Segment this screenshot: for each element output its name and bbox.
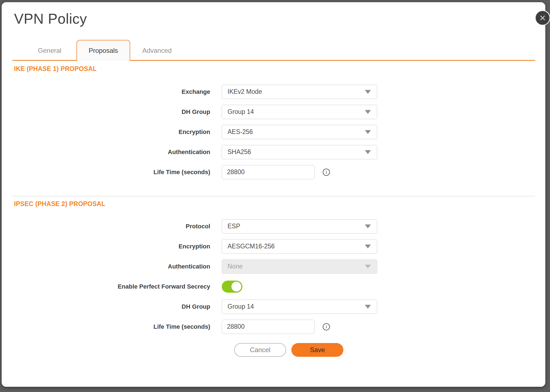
protocol-select[interactable]: ESP (222, 219, 377, 234)
ike-phase1-heading: IKE (PHASE 1) PROPOSAL (14, 65, 545, 73)
ipsec-authentication-row: Authentication None (2, 256, 545, 276)
pfs-label: Enable Perfect Forward Secrecy (2, 283, 210, 290)
ike-encryption-select[interactable]: AES-256 (222, 125, 377, 139)
tab-proposals-label: Proposals (89, 47, 118, 54)
ike-life-time-label: Life Time (seconds) (2, 169, 210, 176)
ike-phase1-form: Exchange IKEv2 Mode DH Group Group 14 En… (2, 82, 545, 182)
caret-down-icon (365, 265, 371, 268)
pfs-toggle[interactable] (222, 281, 242, 293)
ipsec-encryption-value: AESGCM16-256 (228, 243, 275, 250)
ike-life-time-input[interactable] (222, 165, 315, 179)
exchange-select[interactable]: IKEv2 Mode (222, 85, 377, 99)
tab-general-label: General (38, 47, 61, 54)
ipsec-authentication-select-disabled: None (222, 259, 377, 274)
pfs-toggle-knob (231, 282, 241, 292)
ipsec-authentication-value: None (228, 263, 243, 270)
ike-authentication-value: SHA256 (228, 148, 251, 156)
tab-advanced[interactable]: Advanced (130, 47, 184, 60)
exchange-row: Exchange IKEv2 Mode (2, 82, 545, 102)
ipsec-dh-group-value: Group 14 (228, 303, 254, 310)
ipsec-dh-group-row: DH Group Group 14 (2, 297, 545, 317)
info-icon-glyph: i (326, 170, 327, 174)
ike-authentication-select[interactable]: SHA256 (222, 145, 377, 159)
pfs-row: Enable Perfect Forward Secrecy (2, 276, 545, 297)
ike-authentication-row: Authentication SHA256 (2, 142, 545, 162)
exchange-value: IKEv2 Mode (228, 88, 262, 95)
cancel-button[interactable]: Cancel (234, 343, 286, 357)
exchange-label: Exchange (2, 88, 210, 95)
protocol-value: ESP (228, 223, 240, 230)
dialog-title: VPN Policy (14, 10, 545, 27)
caret-down-icon (365, 245, 371, 248)
ike-dh-group-select[interactable]: Group 14 (222, 105, 377, 119)
ike-encryption-label: Encryption (2, 128, 210, 136)
ipsec-life-time-input[interactable] (222, 320, 315, 334)
caret-down-icon (365, 305, 371, 309)
ipsec-phase2-form: Protocol ESP Encryption AESGCM16-256 Aut… (2, 216, 545, 337)
info-icon[interactable]: i (323, 323, 330, 330)
ipsec-life-time-row: Life Time (seconds) i (2, 317, 545, 337)
caret-down-icon (365, 150, 371, 154)
ike-dh-group-row: DH Group Group 14 (2, 102, 545, 122)
ike-encryption-value: AES-256 (228, 128, 253, 136)
tab-general[interactable]: General (23, 47, 76, 60)
caret-down-icon (365, 110, 371, 114)
ipsec-encryption-select[interactable]: AESGCM16-256 (222, 239, 377, 254)
protocol-row: Protocol ESP (2, 216, 545, 236)
caret-down-icon (365, 90, 371, 94)
ike-encryption-row: Encryption AES-256 (2, 122, 545, 142)
ipsec-dh-group-select[interactable]: Group 14 (222, 300, 377, 314)
ipsec-authentication-label: Authentication (2, 263, 210, 270)
ipsec-life-time-label: Life Time (seconds) (2, 323, 210, 330)
cancel-button-label: Cancel (250, 346, 270, 354)
info-icon-glyph: i (326, 324, 327, 329)
footer-actions: Cancel Save (234, 343, 545, 357)
caret-down-icon (365, 130, 371, 134)
tab-advanced-label: Advanced (142, 47, 172, 54)
ike-life-time-row: Life Time (seconds) i (2, 162, 545, 182)
ike-dh-group-value: Group 14 (228, 108, 254, 116)
ipsec-encryption-row: Encryption AESGCM16-256 (2, 236, 545, 256)
ipsec-phase2-heading: IPSEC (PHASE 2) PROPOSAL (14, 200, 545, 208)
ike-authentication-label: Authentication (2, 149, 210, 156)
tab-bar: General Proposals Advanced (12, 39, 535, 61)
vpn-policy-dialog: VPN Policy General Proposals Advanced IK… (2, 2, 545, 387)
caret-down-icon (365, 224, 371, 228)
ipsec-encryption-label: Encryption (2, 243, 210, 250)
close-icon[interactable]: ✕ (535, 10, 550, 26)
protocol-label: Protocol (2, 223, 210, 230)
ike-dh-group-label: DH Group (2, 108, 210, 116)
info-icon[interactable]: i (323, 169, 330, 176)
section-divider (12, 196, 535, 196)
close-icon-glyph: ✕ (539, 13, 546, 23)
ipsec-dh-group-label: DH Group (2, 303, 210, 310)
save-button-label: Save (310, 346, 325, 354)
save-button[interactable]: Save (291, 343, 343, 357)
backdrop: { "window": { "title": "VPN Policy" }, "… (0, 0, 550, 392)
tab-proposals[interactable]: Proposals (76, 40, 130, 61)
